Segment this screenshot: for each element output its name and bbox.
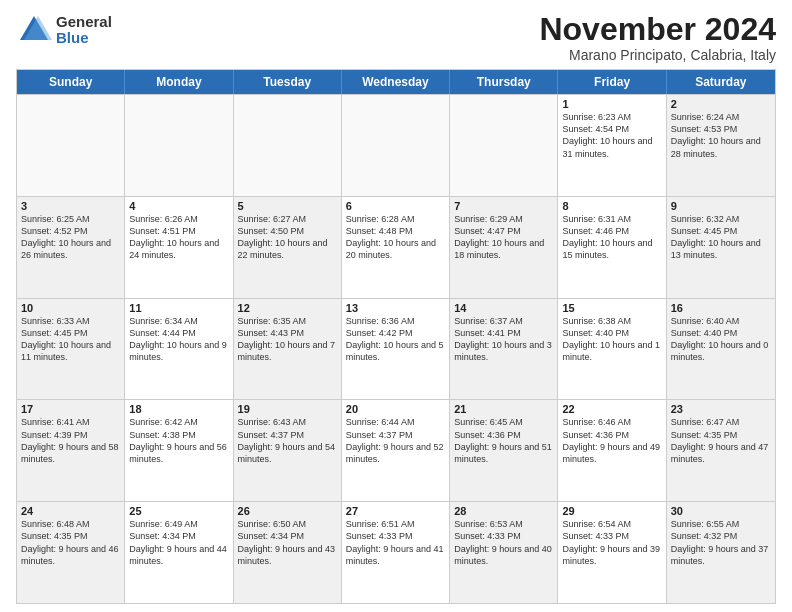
- day-info: Sunrise: 6:47 AMSunset: 4:35 PMDaylight:…: [671, 416, 771, 465]
- day-number: 11: [129, 302, 228, 314]
- day-cell-6: 6Sunrise: 6:28 AMSunset: 4:48 PMDaylight…: [342, 197, 450, 298]
- day-cell-24: 24Sunrise: 6:48 AMSunset: 4:35 PMDayligh…: [17, 502, 125, 603]
- day-info: Sunrise: 6:36 AMSunset: 4:42 PMDaylight:…: [346, 315, 445, 364]
- day-cell-14: 14Sunrise: 6:37 AMSunset: 4:41 PMDayligh…: [450, 299, 558, 400]
- day-info: Sunrise: 6:55 AMSunset: 4:32 PMDaylight:…: [671, 518, 771, 567]
- day-cell-4: 4Sunrise: 6:26 AMSunset: 4:51 PMDaylight…: [125, 197, 233, 298]
- day-cell-16: 16Sunrise: 6:40 AMSunset: 4:40 PMDayligh…: [667, 299, 775, 400]
- day-number: 12: [238, 302, 337, 314]
- day-info: Sunrise: 6:42 AMSunset: 4:38 PMDaylight:…: [129, 416, 228, 465]
- day-info: Sunrise: 6:35 AMSunset: 4:43 PMDaylight:…: [238, 315, 337, 364]
- day-info: Sunrise: 6:24 AMSunset: 4:53 PMDaylight:…: [671, 111, 771, 160]
- day-cell-27: 27Sunrise: 6:51 AMSunset: 4:33 PMDayligh…: [342, 502, 450, 603]
- day-cell-21: 21Sunrise: 6:45 AMSunset: 4:36 PMDayligh…: [450, 400, 558, 501]
- calendar: SundayMondayTuesdayWednesdayThursdayFrid…: [16, 69, 776, 604]
- day-number: 26: [238, 505, 337, 517]
- logo-text: General Blue: [56, 14, 112, 47]
- day-number: 3: [21, 200, 120, 212]
- day-info: Sunrise: 6:41 AMSunset: 4:39 PMDaylight:…: [21, 416, 120, 465]
- page: General Blue November 2024 Marano Princi…: [0, 0, 792, 612]
- day-cell-8: 8Sunrise: 6:31 AMSunset: 4:46 PMDaylight…: [558, 197, 666, 298]
- day-cell-12: 12Sunrise: 6:35 AMSunset: 4:43 PMDayligh…: [234, 299, 342, 400]
- day-info: Sunrise: 6:43 AMSunset: 4:37 PMDaylight:…: [238, 416, 337, 465]
- week-row-2: 3Sunrise: 6:25 AMSunset: 4:52 PMDaylight…: [17, 196, 775, 298]
- day-number: 2: [671, 98, 771, 110]
- day-info: Sunrise: 6:37 AMSunset: 4:41 PMDaylight:…: [454, 315, 553, 364]
- day-cell-29: 29Sunrise: 6:54 AMSunset: 4:33 PMDayligh…: [558, 502, 666, 603]
- day-info: Sunrise: 6:46 AMSunset: 4:36 PMDaylight:…: [562, 416, 661, 465]
- day-info: Sunrise: 6:53 AMSunset: 4:33 PMDaylight:…: [454, 518, 553, 567]
- title-block: November 2024 Marano Principato, Calabri…: [539, 12, 776, 63]
- day-info: Sunrise: 6:51 AMSunset: 4:33 PMDaylight:…: [346, 518, 445, 567]
- day-number: 28: [454, 505, 553, 517]
- day-info: Sunrise: 6:38 AMSunset: 4:40 PMDaylight:…: [562, 315, 661, 364]
- day-number: 17: [21, 403, 120, 415]
- day-cell-28: 28Sunrise: 6:53 AMSunset: 4:33 PMDayligh…: [450, 502, 558, 603]
- location: Marano Principato, Calabria, Italy: [539, 47, 776, 63]
- day-number: 1: [562, 98, 661, 110]
- day-number: 20: [346, 403, 445, 415]
- day-number: 5: [238, 200, 337, 212]
- day-info: Sunrise: 6:49 AMSunset: 4:34 PMDaylight:…: [129, 518, 228, 567]
- day-info: Sunrise: 6:34 AMSunset: 4:44 PMDaylight:…: [129, 315, 228, 364]
- day-cell-17: 17Sunrise: 6:41 AMSunset: 4:39 PMDayligh…: [17, 400, 125, 501]
- logo: General Blue: [16, 12, 112, 48]
- logo-blue-text: Blue: [56, 30, 112, 47]
- empty-cell: [450, 95, 558, 196]
- logo-general-text: General: [56, 14, 112, 31]
- day-cell-2: 2Sunrise: 6:24 AMSunset: 4:53 PMDaylight…: [667, 95, 775, 196]
- day-cell-15: 15Sunrise: 6:38 AMSunset: 4:40 PMDayligh…: [558, 299, 666, 400]
- week-row-3: 10Sunrise: 6:33 AMSunset: 4:45 PMDayligh…: [17, 298, 775, 400]
- day-number: 24: [21, 505, 120, 517]
- day-cell-9: 9Sunrise: 6:32 AMSunset: 4:45 PMDaylight…: [667, 197, 775, 298]
- day-number: 15: [562, 302, 661, 314]
- day-info: Sunrise: 6:28 AMSunset: 4:48 PMDaylight:…: [346, 213, 445, 262]
- day-cell-25: 25Sunrise: 6:49 AMSunset: 4:34 PMDayligh…: [125, 502, 233, 603]
- day-number: 22: [562, 403, 661, 415]
- day-number: 21: [454, 403, 553, 415]
- day-info: Sunrise: 6:48 AMSunset: 4:35 PMDaylight:…: [21, 518, 120, 567]
- day-info: Sunrise: 6:33 AMSunset: 4:45 PMDaylight:…: [21, 315, 120, 364]
- day-number: 18: [129, 403, 228, 415]
- day-info: Sunrise: 6:26 AMSunset: 4:51 PMDaylight:…: [129, 213, 228, 262]
- day-info: Sunrise: 6:54 AMSunset: 4:33 PMDaylight:…: [562, 518, 661, 567]
- week-row-1: 1Sunrise: 6:23 AMSunset: 4:54 PMDaylight…: [17, 94, 775, 196]
- empty-cell: [342, 95, 450, 196]
- header-day-tuesday: Tuesday: [234, 70, 342, 94]
- header-day-wednesday: Wednesday: [342, 70, 450, 94]
- day-cell-30: 30Sunrise: 6:55 AMSunset: 4:32 PMDayligh…: [667, 502, 775, 603]
- day-cell-1: 1Sunrise: 6:23 AMSunset: 4:54 PMDaylight…: [558, 95, 666, 196]
- header-day-sunday: Sunday: [17, 70, 125, 94]
- day-number: 16: [671, 302, 771, 314]
- month-title: November 2024: [539, 12, 776, 47]
- day-cell-23: 23Sunrise: 6:47 AMSunset: 4:35 PMDayligh…: [667, 400, 775, 501]
- day-info: Sunrise: 6:44 AMSunset: 4:37 PMDaylight:…: [346, 416, 445, 465]
- day-cell-26: 26Sunrise: 6:50 AMSunset: 4:34 PMDayligh…: [234, 502, 342, 603]
- calendar-body: 1Sunrise: 6:23 AMSunset: 4:54 PMDaylight…: [17, 94, 775, 603]
- empty-cell: [17, 95, 125, 196]
- day-info: Sunrise: 6:29 AMSunset: 4:47 PMDaylight:…: [454, 213, 553, 262]
- day-info: Sunrise: 6:32 AMSunset: 4:45 PMDaylight:…: [671, 213, 771, 262]
- day-cell-5: 5Sunrise: 6:27 AMSunset: 4:50 PMDaylight…: [234, 197, 342, 298]
- day-cell-22: 22Sunrise: 6:46 AMSunset: 4:36 PMDayligh…: [558, 400, 666, 501]
- day-number: 8: [562, 200, 661, 212]
- day-cell-19: 19Sunrise: 6:43 AMSunset: 4:37 PMDayligh…: [234, 400, 342, 501]
- day-cell-11: 11Sunrise: 6:34 AMSunset: 4:44 PMDayligh…: [125, 299, 233, 400]
- day-info: Sunrise: 6:50 AMSunset: 4:34 PMDaylight:…: [238, 518, 337, 567]
- calendar-header: SundayMondayTuesdayWednesdayThursdayFrid…: [17, 70, 775, 94]
- day-info: Sunrise: 6:31 AMSunset: 4:46 PMDaylight:…: [562, 213, 661, 262]
- week-row-4: 17Sunrise: 6:41 AMSunset: 4:39 PMDayligh…: [17, 399, 775, 501]
- day-number: 29: [562, 505, 661, 517]
- day-number: 25: [129, 505, 228, 517]
- header-day-monday: Monday: [125, 70, 233, 94]
- day-number: 9: [671, 200, 771, 212]
- day-number: 27: [346, 505, 445, 517]
- header: General Blue November 2024 Marano Princi…: [16, 12, 776, 63]
- day-info: Sunrise: 6:27 AMSunset: 4:50 PMDaylight:…: [238, 213, 337, 262]
- day-number: 19: [238, 403, 337, 415]
- day-info: Sunrise: 6:23 AMSunset: 4:54 PMDaylight:…: [562, 111, 661, 160]
- header-day-thursday: Thursday: [450, 70, 558, 94]
- day-number: 7: [454, 200, 553, 212]
- empty-cell: [234, 95, 342, 196]
- day-number: 6: [346, 200, 445, 212]
